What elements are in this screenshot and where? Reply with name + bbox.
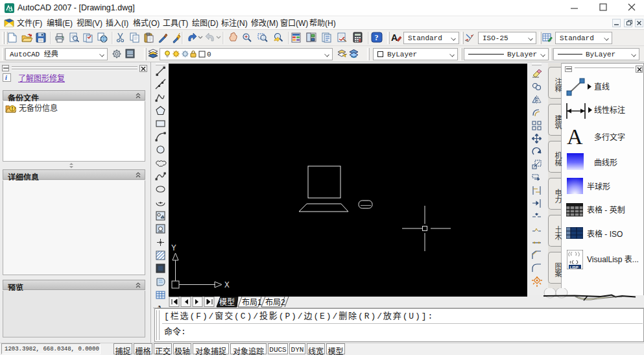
svg-text:?: ? [375,33,379,42]
svg-text:X: X [224,280,230,290]
svg-text:A: A [391,32,398,43]
svg-text:LISP: LISP [570,265,578,269]
svg-text:Y: Y [171,243,176,253]
